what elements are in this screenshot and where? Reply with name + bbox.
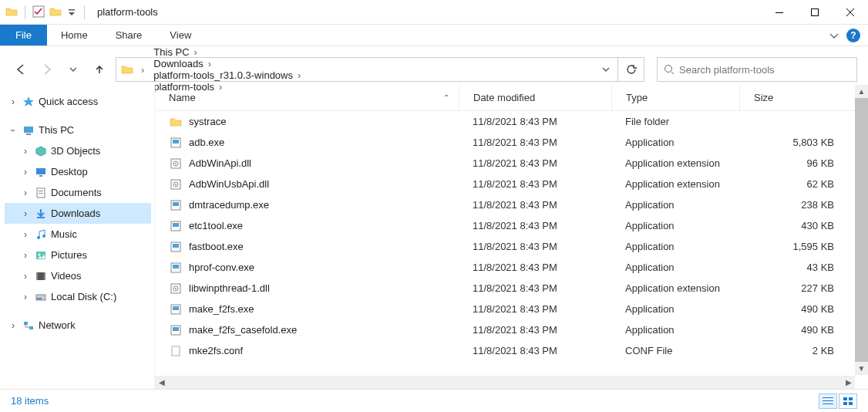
chevron-right-icon[interactable]: › (20, 292, 31, 302)
chevron-right-icon[interactable]: › (8, 320, 19, 331)
address-dropdown[interactable] (597, 66, 614, 73)
file-row[interactable]: AdbWinApi.dll 11/8/2021 8:43 PM Applicat… (155, 153, 868, 174)
file-row[interactable]: make_f2fs_casefold.exe 11/8/2021 8:43 PM… (155, 319, 868, 340)
tab-view[interactable]: View (156, 25, 205, 46)
minimize-button[interactable] (762, 0, 797, 25)
ribbon-expand-icon[interactable] (829, 31, 839, 40)
sidebar-item[interactable]: ›Documents (5, 182, 151, 203)
svg-rect-18 (36, 272, 38, 280)
file-row[interactable]: AdbWinUsbApi.dll 11/8/2021 8:43 PM Appli… (155, 174, 868, 194)
search-icon (664, 64, 675, 75)
chevron-right-icon[interactable]: › (20, 229, 31, 240)
sidebar-item-label: This PC (39, 124, 74, 136)
horizontal-scrollbar[interactable]: ◀ ▶ (155, 376, 855, 389)
quick-access-checkbox-icon[interactable] (32, 5, 45, 20)
maximize-button[interactable] (797, 0, 833, 25)
up-button[interactable] (89, 59, 109, 79)
sidebar-item[interactable]: ›Pictures (5, 245, 151, 265)
sidebar-network[interactable]: › Network (5, 315, 151, 336)
file-row[interactable]: dmtracedump.exe 11/8/2021 8:43 PM Applic… (155, 194, 868, 215)
column-header-date[interactable]: Date modified (459, 85, 611, 110)
chevron-right-icon[interactable]: › (20, 146, 31, 157)
column-header-type[interactable]: Type (611, 85, 739, 110)
file-tab[interactable]: File (0, 25, 47, 46)
sidebar-item-label: Videos (51, 270, 82, 282)
back-button[interactable] (11, 59, 31, 79)
svg-rect-53 (843, 402, 847, 405)
svg-rect-22 (24, 322, 28, 325)
thumbnails-view-button[interactable] (839, 393, 857, 409)
svg-rect-5 (24, 127, 33, 133)
file-name: hprof-conv.exe (189, 262, 254, 273)
chevron-right-icon[interactable]: › (294, 69, 304, 81)
chevron-right-icon[interactable]: › (138, 64, 147, 76)
svg-rect-6 (26, 133, 31, 135)
chevron-right-icon[interactable]: › (20, 187, 31, 198)
file-row[interactable]: fastboot.exe 11/8/2021 8:43 PM Applicati… (155, 236, 868, 257)
file-row[interactable]: etc1tool.exe 11/8/2021 8:43 PM Applicati… (155, 215, 868, 236)
close-button[interactable] (833, 0, 868, 25)
sort-asc-icon: ⌃ (443, 93, 449, 102)
file-row[interactable]: adb.exe 11/8/2021 8:43 PM Application 5,… (155, 132, 868, 153)
file-row[interactable]: systrace 11/8/2021 8:43 PM File folder (155, 111, 868, 132)
picture-icon (34, 249, 48, 262)
file-size: 5,803 KB (739, 137, 853, 148)
ribbon: File Home Share View ? (0, 25, 868, 46)
navbar: › This PC›Downloads›platform-tools_r31.0… (0, 54, 868, 85)
file-row[interactable]: mke2fs.conf 11/8/2021 8:43 PM CONF File … (155, 340, 868, 361)
scroll-left-icon[interactable]: ◀ (155, 376, 168, 389)
recent-dropdown[interactable] (63, 59, 83, 79)
scroll-right-icon[interactable]: ▶ (842, 376, 855, 389)
sidebar-item[interactable]: ›Local Disk (C:) (5, 286, 151, 307)
sidebar-item-label: Pictures (51, 249, 87, 261)
search-box[interactable] (657, 57, 857, 82)
file-type: Application (611, 199, 739, 211)
chevron-right-icon[interactable]: › (20, 250, 31, 261)
file-row[interactable]: libwinpthread-1.dll 11/8/2021 8:43 PM Ap… (155, 278, 868, 299)
address-bar[interactable]: › This PC›Downloads›platform-tools_r31.0… (116, 57, 618, 82)
file-row[interactable]: make_f2fs.exe 11/8/2021 8:43 PM Applicat… (155, 299, 868, 319)
chevron-right-icon[interactable]: › (20, 271, 31, 282)
sidebar-item[interactable]: ›Desktop (5, 161, 151, 182)
scroll-thumb[interactable] (855, 98, 868, 362)
svg-rect-33 (173, 202, 179, 206)
breadcrumb-segment[interactable]: platform-tools_r31.0.3-windows› (150, 69, 307, 81)
column-header-name[interactable]: Name⌃ (155, 92, 459, 103)
scroll-down-icon[interactable]: ▼ (855, 362, 868, 375)
refresh-button[interactable] (618, 57, 644, 82)
chevron-right-icon[interactable]: › (205, 58, 214, 69)
file-list[interactable]: systrace 11/8/2021 8:43 PM File folder a… (155, 111, 868, 389)
breadcrumb-segment[interactable]: Downloads› (150, 58, 307, 69)
details-view-button[interactable] (819, 393, 837, 409)
sidebar-item[interactable]: ›3D Objects (5, 140, 151, 161)
vertical-scrollbar[interactable]: ▲ ▼ (855, 85, 868, 375)
breadcrumb-segment[interactable]: This PC› (150, 46, 307, 58)
svg-rect-50 (823, 404, 833, 404)
sidebar-item[interactable]: ›Music (5, 224, 151, 245)
help-button[interactable]: ? (846, 29, 860, 42)
chevron-right-icon[interactable]: › (191, 46, 200, 58)
scroll-up-icon[interactable]: ▲ (855, 85, 868, 98)
chevron-right-icon[interactable]: › (20, 208, 31, 219)
svg-rect-25 (173, 140, 179, 144)
file-row[interactable]: hprof-conv.exe 11/8/2021 8:43 PM Applica… (155, 257, 868, 278)
file-name: dmtracedump.exe (189, 199, 269, 211)
sidebar-item[interactable]: ›Videos (5, 265, 151, 286)
chevron-down-icon[interactable]: › (8, 125, 19, 136)
sidebar-this-pc[interactable]: › This PC (5, 120, 151, 140)
sidebar-quick-access[interactable]: › Quick access (5, 91, 151, 112)
qat-dropdown[interactable] (66, 9, 78, 15)
file-size: 490 KB (739, 324, 853, 336)
forward-button[interactable] (37, 59, 57, 79)
sidebar-item[interactable]: ›Downloads (5, 203, 151, 224)
file-size: 238 KB (739, 199, 853, 211)
chevron-right-icon[interactable]: › (20, 167, 31, 177)
search-input[interactable] (679, 64, 850, 76)
tab-share[interactable]: Share (102, 25, 156, 46)
tab-home[interactable]: Home (47, 25, 102, 46)
chevron-right-icon[interactable]: › (8, 96, 19, 107)
file-name: AdbWinUsbApi.dll (189, 178, 269, 190)
folder-small-icon[interactable] (49, 5, 62, 20)
svg-rect-7 (36, 168, 45, 174)
column-header-size[interactable]: Size (739, 85, 853, 110)
